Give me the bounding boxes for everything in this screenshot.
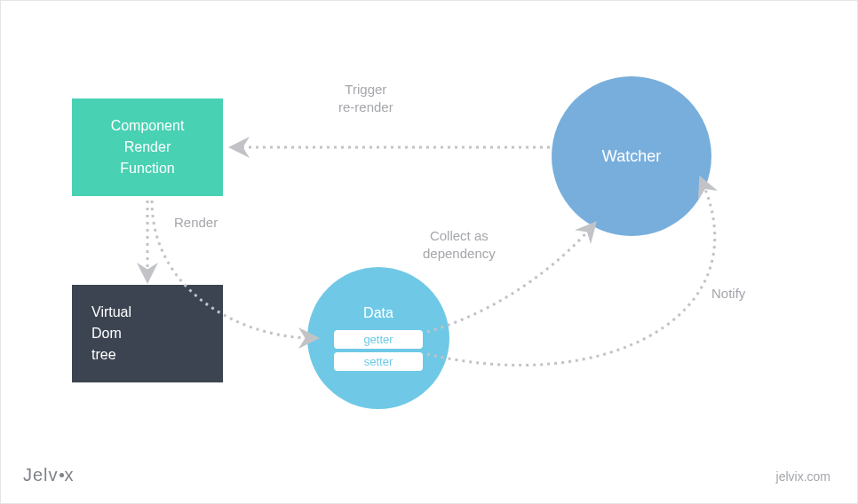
- data-node: Data getter setter: [307, 267, 449, 409]
- label-line: Collect as: [423, 227, 496, 245]
- node-line: Dom: [91, 323, 122, 344]
- edge-trigger-rerender-label: Trigger re-render: [338, 81, 393, 117]
- node-line: Component: [111, 115, 185, 137]
- getter-pill: getter: [334, 330, 423, 349]
- node-line: Render: [124, 137, 171, 158]
- node-line: tree: [91, 344, 116, 366]
- setter-pill: setter: [334, 352, 423, 371]
- virtual-dom-tree-node: Virtual Dom tree: [72, 285, 223, 382]
- brand-post: x: [65, 465, 75, 484]
- brand-url: jelvix.com: [776, 469, 830, 484]
- label-line: Trigger: [338, 81, 393, 98]
- component-render-function-node: Component Render Function: [72, 98, 223, 196]
- edge-collect-dependency-label: Collect as dependency: [423, 227, 496, 264]
- label-line: re-render: [338, 98, 393, 116]
- edge-render-label: Render: [174, 214, 218, 232]
- edge-notify-label: Notify: [711, 285, 745, 303]
- watcher-node: Watcher: [552, 76, 711, 236]
- brand-dot-icon: [60, 473, 64, 477]
- label-line: dependency: [423, 245, 496, 263]
- brand-logo: Jelvx: [23, 465, 75, 485]
- node-line: Function: [120, 158, 174, 179]
- watcher-label: Watcher: [602, 147, 661, 166]
- node-line: Virtual: [91, 302, 131, 323]
- brand-pre: Jelv: [23, 465, 59, 484]
- data-label: Data: [363, 305, 393, 321]
